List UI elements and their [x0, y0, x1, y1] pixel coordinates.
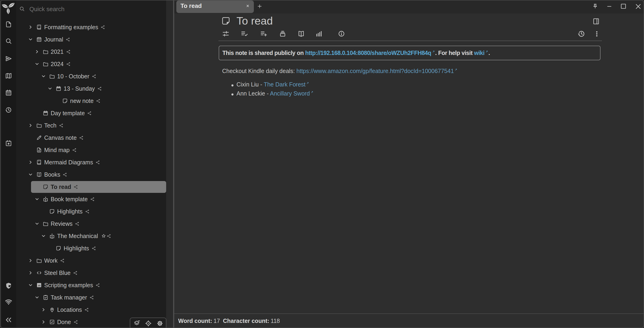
- svg-text:JS: JS: [38, 284, 41, 287]
